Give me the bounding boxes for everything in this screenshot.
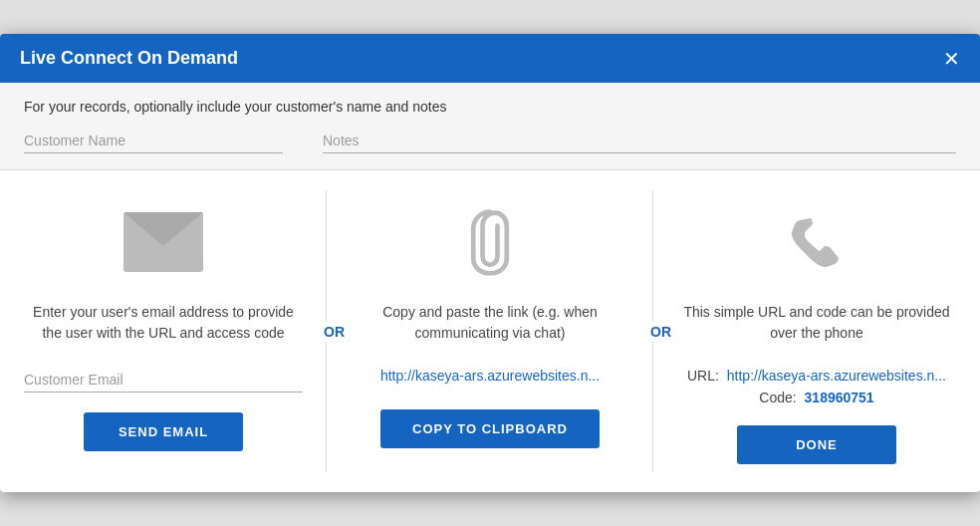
- modal-header: Live Connect On Demand ✕: [0, 34, 980, 83]
- done-button[interactable]: DONE: [737, 425, 896, 464]
- modal-container: Live Connect On Demand ✕ For your record…: [0, 34, 980, 492]
- paperclip-icon: [465, 207, 515, 277]
- customer-name-group: [24, 129, 283, 153]
- close-button[interactable]: ✕: [943, 49, 960, 69]
- phone-links-area: URL: http://kaseya-ars.azurewebsites.n..…: [687, 368, 946, 405]
- link-section: Copy and paste the link (e.g. when commu…: [327, 170, 653, 492]
- link-desc: Copy and paste the link (e.g. when commu…: [351, 302, 629, 350]
- link-url-area: http://kaseya-ars.azurewebsites.n...: [380, 368, 600, 390]
- phone-desc: This simple URL and code can be provided…: [677, 302, 956, 350]
- email-section: Enter your user's email address to provi…: [0, 170, 327, 492]
- phone-url-link[interactable]: http://kaseya-ars.azurewebsites.n...: [727, 368, 946, 384]
- phone-code-line: Code: 318960751: [759, 390, 873, 405]
- code-label: Code:: [759, 390, 796, 405]
- modal-body: Enter your user's email address to provi…: [0, 170, 980, 492]
- paperclip-icon-area: [465, 202, 515, 282]
- customer-name-input[interactable]: [24, 129, 283, 153]
- notes-group: [323, 129, 956, 153]
- modal-subheader: For your records, optionally include you…: [0, 83, 980, 170]
- phone-icon: [787, 212, 847, 272]
- subheader-text: For your records, optionally include you…: [24, 99, 956, 115]
- copy-clipboard-button[interactable]: COPY TO CLIPBOARD: [380, 409, 600, 448]
- customer-email-input[interactable]: [24, 368, 303, 393]
- phone-icon-area: [787, 202, 847, 282]
- send-email-button[interactable]: SEND EMAIL: [84, 412, 243, 451]
- phone-url-line: URL: http://kaseya-ars.azurewebsites.n..…: [687, 368, 946, 384]
- email-desc: Enter your user's email address to provi…: [24, 302, 303, 350]
- or-badge-1: OR: [320, 322, 349, 342]
- notes-input[interactable]: [323, 129, 956, 153]
- url-label: URL:: [687, 368, 719, 384]
- code-value: 318960751: [805, 390, 874, 405]
- email-icon-area: [123, 202, 203, 282]
- mail-icon: [123, 212, 203, 272]
- copy-link[interactable]: http://kaseya-ars.azurewebsites.n...: [380, 368, 600, 384]
- fields-row: [24, 129, 956, 153]
- modal-title: Live Connect On Demand: [20, 48, 238, 69]
- phone-section: This simple URL and code can be provided…: [653, 170, 980, 492]
- or-badge-2: OR: [646, 322, 675, 342]
